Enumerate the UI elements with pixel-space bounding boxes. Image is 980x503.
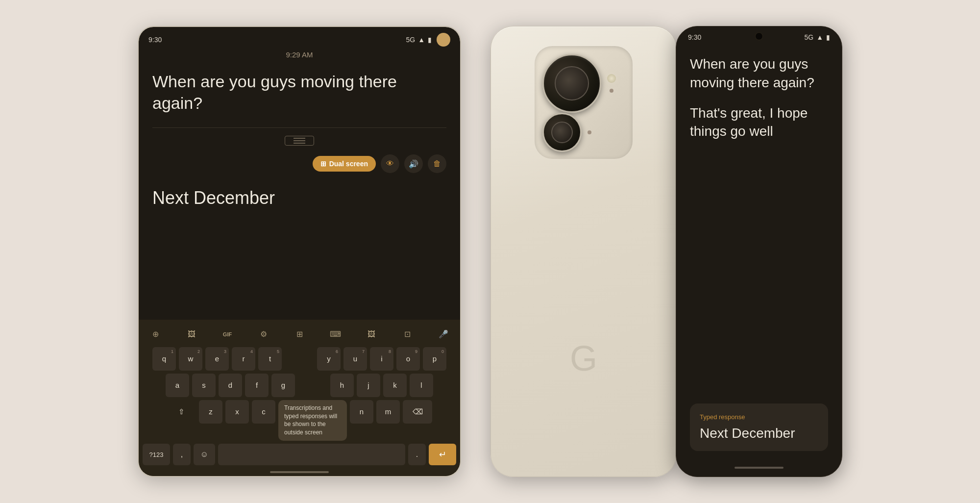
foldable-status-bar: 9:30 5G ▲ ▮ xyxy=(139,27,460,50)
front-signal: 5G xyxy=(804,33,813,41)
foldable-main-area: When are you guys moving there again? xyxy=(139,63,460,320)
front-question: When are you guys moving there again? xyxy=(690,55,828,92)
sensor-dot xyxy=(610,89,613,93)
camera-lens-small-inner xyxy=(551,122,573,143)
key-r[interactable]: r4 xyxy=(232,347,255,371)
key-row-1: q1 w2 e3 r4 t5 y6 u7 i8 o9 p0 xyxy=(143,347,456,371)
phone-back-container: G xyxy=(490,26,677,477)
front-battery-icon: ▮ xyxy=(826,33,830,41)
key-h[interactable]: h xyxy=(330,374,354,397)
key-c[interactable]: c xyxy=(252,400,275,424)
crop-btn[interactable]: ⊡ xyxy=(399,326,416,343)
front-camera-notch xyxy=(755,32,763,40)
avatar xyxy=(437,33,450,47)
space-key[interactable] xyxy=(218,444,405,465)
sticker-btn[interactable]: 🖼 xyxy=(183,326,200,343)
front-response: That's great, I hope things go well xyxy=(690,104,828,141)
key-k[interactable]: k xyxy=(383,374,407,397)
typed-response-text: Next December xyxy=(152,188,446,208)
period-key[interactable]: . xyxy=(408,444,426,465)
scroll-lines xyxy=(294,138,305,144)
front-network-icon: ▲ xyxy=(816,33,823,41)
key-row-bottom: ?123 , ☺ . ↵ xyxy=(143,444,456,465)
key-p[interactable]: p0 xyxy=(423,347,446,371)
key-l[interactable]: l xyxy=(410,374,433,397)
gif-btn[interactable]: GIF xyxy=(219,326,236,343)
scroll-indicator xyxy=(285,136,314,146)
foldable-status-right: 5G ▲ ▮ xyxy=(406,33,450,47)
camera-module xyxy=(535,46,633,159)
key-e[interactable]: e3 xyxy=(205,347,229,371)
key-y[interactable]: y6 xyxy=(317,347,341,371)
key-s[interactable]: s xyxy=(192,374,216,397)
foldable-screen: 9:30 5G ▲ ▮ 9:29 AM When are you guys mo… xyxy=(139,27,460,476)
nav-indicator xyxy=(139,468,460,476)
divider xyxy=(152,127,446,128)
emoji-keyboard-btn[interactable]: ⊕ xyxy=(147,326,164,343)
mic-btn[interactable]: 🎤 xyxy=(435,326,452,343)
dual-screen-icon: ⊞ xyxy=(320,160,326,168)
enter-key[interactable]: ↵ xyxy=(429,444,456,465)
scene: 9:30 5G ▲ ▮ 9:29 AM When are you guys mo… xyxy=(0,0,980,503)
key-o[interactable]: o9 xyxy=(396,347,420,371)
key-a[interactable]: a xyxy=(166,374,189,397)
camera-row-top xyxy=(542,54,625,113)
sound-button[interactable]: 🔊 xyxy=(404,154,423,173)
toolbar-row: ⊞ Dual screen 👁 🔊 🗑 xyxy=(152,154,446,173)
flash-dot xyxy=(607,74,616,83)
front-status-right: 5G ▲ ▮ xyxy=(804,33,830,41)
eye-button[interactable]: 👁 xyxy=(381,154,399,173)
key-j[interactable]: j xyxy=(357,374,380,397)
key-row-3: ⇧ z x c Transcriptions and typed respons… xyxy=(143,400,456,441)
keyboard-toolbar: ⊕ 🖼 GIF ⚙ ⊞ ⌨ 🖼 ⊡ 🎤 xyxy=(139,324,460,347)
key-i[interactable]: i8 xyxy=(370,347,393,371)
key-u[interactable]: u7 xyxy=(343,347,367,371)
scroll-line-2 xyxy=(294,140,305,141)
foldable-device: 9:30 5G ▲ ▮ 9:29 AM When are you guys mo… xyxy=(138,26,461,477)
key-m[interactable]: m xyxy=(376,400,400,424)
phone-front-container: 9:30 5G ▲ ▮ When are you guys moving the… xyxy=(676,26,842,477)
sound-icon: 🔊 xyxy=(409,159,418,169)
foldable-center-time: 9:29 AM xyxy=(139,50,460,63)
shift-key[interactable]: ⇧ xyxy=(167,400,196,424)
grid-btn[interactable]: ⊞ xyxy=(291,326,308,343)
key-n[interactable]: n xyxy=(350,400,373,424)
front-time: 9:30 xyxy=(688,33,701,41)
delete-button[interactable]: 🗑 xyxy=(428,154,446,173)
key-t[interactable]: t5 xyxy=(258,347,282,371)
delete-key[interactable]: ⌫ xyxy=(403,400,432,424)
foldable-time: 9:30 xyxy=(148,36,162,44)
key-g[interactable]: g xyxy=(271,374,295,397)
key-z[interactable]: z xyxy=(199,400,222,424)
keyboard-rows: q1 w2 e3 r4 t5 y6 u7 i8 o9 p0 a xyxy=(139,347,460,465)
battery-icon: ▮ xyxy=(428,36,432,44)
camera-lens-secondary xyxy=(542,113,582,152)
phone-front: 9:30 5G ▲ ▮ When are you guys moving the… xyxy=(676,26,842,477)
dual-screen-button[interactable]: ⊞ Dual screen xyxy=(313,156,376,172)
key-q[interactable]: q1 xyxy=(152,347,176,371)
phone-back: G xyxy=(490,26,677,477)
settings-btn[interactable]: ⚙ xyxy=(255,326,272,343)
numbers-key[interactable]: ?123 xyxy=(143,444,170,465)
camera-row-bottom xyxy=(542,113,625,152)
emoji-key[interactable]: ☺ xyxy=(194,444,215,465)
key-f[interactable]: f xyxy=(245,374,269,397)
typed-response-label: Typed response xyxy=(700,413,818,421)
front-status-bar: 9:30 5G ▲ ▮ xyxy=(676,26,842,45)
sensor-dot-2 xyxy=(588,130,591,134)
typed-response-card: Typed response Next December xyxy=(690,403,828,451)
key-x[interactable]: x xyxy=(225,400,249,424)
front-main-content: When are you guys moving there again? Th… xyxy=(676,45,842,461)
comma-key[interactable]: , xyxy=(173,444,191,465)
front-nav-bar xyxy=(735,467,784,469)
tooltip-bubble: Transcriptions and typed responses will … xyxy=(278,400,347,441)
key-d[interactable]: d xyxy=(219,374,242,397)
scroll-line-3 xyxy=(294,143,305,144)
image-btn[interactable]: 🖼 xyxy=(363,326,380,343)
camera-lens-inner xyxy=(555,66,589,101)
scroll-line-1 xyxy=(294,138,305,139)
key-w[interactable]: w2 xyxy=(179,347,202,371)
keyboard-layout-btn[interactable]: ⌨ xyxy=(327,326,344,343)
network-icon: ▲ xyxy=(418,36,425,44)
dual-screen-label: Dual screen xyxy=(329,160,368,168)
